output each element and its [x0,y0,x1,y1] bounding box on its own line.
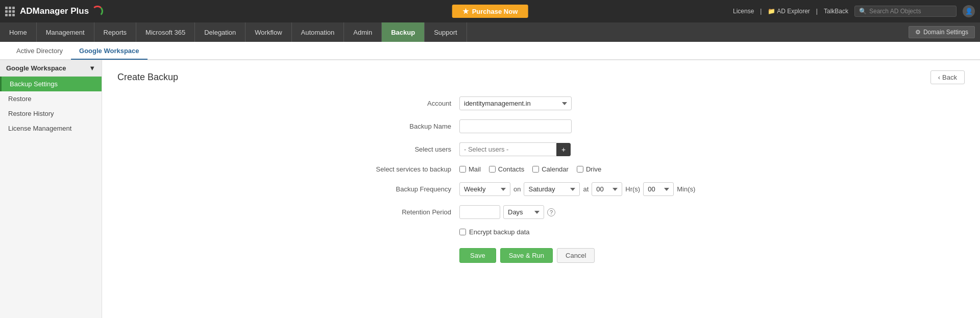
encrypt-label[interactable]: Encrypt backup data [459,228,530,236]
hour-select[interactable]: 00010203 04050607 08091011 12131415 1617… [592,182,622,196]
top-bar: ADManager Plus ★ Purchase Now License | … [0,0,980,22]
at-label: at [583,185,589,193]
min-select[interactable]: 00051015 20253035 40455055 [643,182,674,196]
account-select[interactable]: identitymanagement.in [459,96,572,110]
save-and-run-button[interactable]: Save & Run [500,248,553,263]
nav-item-reports[interactable]: Reports [94,22,137,42]
on-label: on [513,185,521,193]
page-title: Create Backup [117,72,178,83]
encrypt-checkbox[interactable] [459,229,466,235]
nav-item-automation[interactable]: Automation [292,22,345,42]
account-row: Account identitymanagement.in [357,96,725,110]
subnav-active-directory[interactable]: Active Directory [8,42,71,60]
search-input[interactable] [869,8,952,15]
select-users-row: Select users + [357,142,725,156]
talkback-link[interactable]: TalkBack [824,8,848,15]
add-users-button[interactable]: + [556,143,571,156]
nav-item-management[interactable]: Management [37,22,94,42]
cancel-button[interactable]: Cancel [557,248,595,263]
page-header: Create Backup ‹ Back [117,70,965,84]
frequency-select[interactable]: Weekly Daily Monthly [459,182,510,196]
retention-period-select[interactable]: Days Weeks Months [503,205,544,219]
logo: ADManager Plus [5,6,103,17]
account-label: Account [357,100,459,107]
chevron-left-icon: ‹ [938,74,940,81]
contacts-checkbox[interactable] [489,166,496,173]
help-icon[interactable]: ? [547,208,555,216]
license-link[interactable]: License [733,8,754,15]
select-users-input[interactable] [459,142,556,156]
service-mail[interactable]: Mail [459,165,481,173]
nav-bar: Home Management Reports Microsoft 365 De… [0,22,980,42]
domain-settings-button[interactable]: ⚙ Domain Settings [909,26,975,38]
retention-label: Retention Period [357,208,459,216]
frequency-wrap: Weekly Daily Monthly on Saturday Sunday … [459,182,695,196]
nav-item-home[interactable]: Home [0,22,37,42]
sidebar-group-google-workspace[interactable]: Google Workspace ▼ [0,60,102,77]
content-area: Create Backup ‹ Back Account identityman… [102,60,980,318]
main-layout: Google Workspace ▼ Backup Settings Resto… [0,60,980,318]
logo-text: ADManager Plus [20,6,89,16]
frequency-label: Backup Frequency [357,185,459,193]
hrs-label: Hr(s) [625,185,640,193]
frequency-row: Backup Frequency Weekly Daily Monthly on… [357,182,725,196]
nav-right: ⚙ Domain Settings [909,22,980,42]
select-users-wrap: + [459,142,571,156]
nav-item-support[interactable]: Support [425,22,467,42]
user-avatar[interactable]: 👤 [963,5,975,17]
service-drive[interactable]: Drive [577,165,601,173]
min-label: Min(s) [677,185,695,193]
sidebar-item-restore-history[interactable]: Restore History [0,106,102,121]
nav-item-microsoft365[interactable]: Microsoft 365 [136,22,195,42]
sidebar-item-restore[interactable]: Restore [0,91,102,106]
nav-item-workflow[interactable]: Workflow [246,22,291,42]
user-icon: 👤 [965,8,973,15]
sidebar-item-backup-settings[interactable]: Backup Settings [0,77,102,91]
buttons-row: Save Save & Run Cancel [357,248,725,263]
folder-icon: 📁 [768,8,775,15]
subnav-google-workspace[interactable]: Google Workspace [71,42,148,60]
top-bar-right: License | 📁 AD Explorer | TalkBack 🔍 👤 [733,5,975,17]
nav-item-backup[interactable]: Backup [382,22,425,42]
search-wrap[interactable]: 🔍 [854,6,957,17]
ad-explorer-link[interactable]: 📁 AD Explorer [768,8,810,15]
select-users-label: Select users [357,145,459,153]
save-button[interactable]: Save [459,248,496,263]
purchase-btn-wrap: ★ Purchase Now [452,5,528,18]
services-label: Select services to backup [357,165,459,173]
retention-wrap: Days Weeks Months ? [459,205,555,219]
day-select[interactable]: Saturday Sunday Monday Tuesday Wednesday… [524,182,580,196]
retention-row: Retention Period Days Weeks Months ? [357,205,725,219]
divider-1: | [760,8,762,15]
backup-name-row: Backup Name [357,119,725,133]
retention-input[interactable] [459,205,500,219]
gear-icon: ⚙ [915,29,921,36]
create-backup-form: Account identitymanagement.in Backup Nam… [357,96,725,263]
sub-nav: Active Directory Google Workspace [0,42,980,60]
nav-item-delegation[interactable]: Delegation [195,22,246,42]
sidebar-item-license-management[interactable]: License Management [0,121,102,136]
services-wrap: Mail Contacts Calendar Drive [459,165,601,173]
encrypt-row: Encrypt backup data [357,228,725,236]
service-calendar[interactable]: Calendar [532,165,569,173]
services-row: Select services to backup Mail Contacts … [357,165,725,173]
backup-name-label: Backup Name [357,123,459,130]
plus-icon: + [561,145,566,154]
service-contacts[interactable]: Contacts [489,165,524,173]
nav-item-admin[interactable]: Admin [344,22,382,42]
grid-icon [5,7,15,16]
mail-checkbox[interactable] [459,166,466,173]
drive-checkbox[interactable] [577,166,583,173]
divider-2: | [816,8,818,15]
search-icon: 🔍 [859,8,867,15]
back-button[interactable]: ‹ Back [930,70,965,84]
purchase-now-button[interactable]: ★ Purchase Now [452,5,528,18]
star-icon: ★ [462,7,469,15]
calendar-checkbox[interactable] [532,166,539,173]
backup-name-input[interactable] [459,119,572,133]
logo-arc-icon [92,6,103,17]
chevron-down-icon: ▼ [89,64,95,72]
sidebar: Google Workspace ▼ Backup Settings Resto… [0,60,102,318]
